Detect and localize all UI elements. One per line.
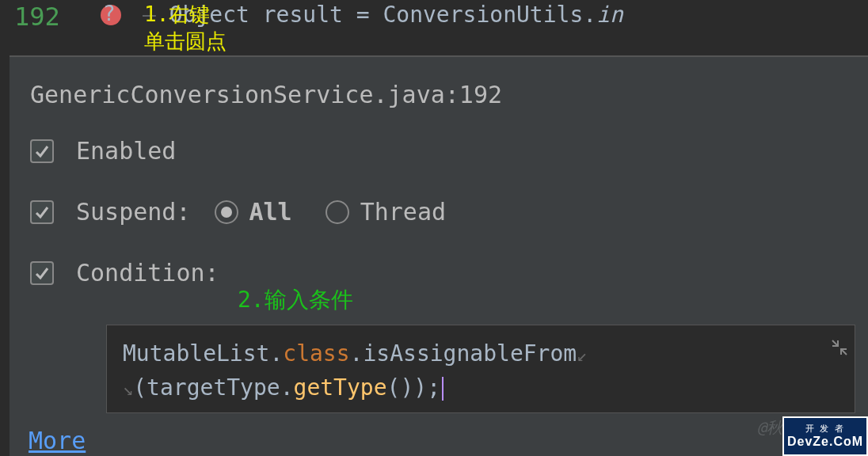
code-text: Object result = ConversionUtils. bbox=[169, 2, 596, 28]
watermark-logo-top: 开 发 者 bbox=[784, 424, 866, 434]
text-caret bbox=[442, 377, 444, 401]
more-link[interactable]: More bbox=[29, 427, 86, 454]
suspend-radio-group: All Thread bbox=[200, 198, 466, 226]
condition-input[interactable]: MutableList.class.isAssignableFrom↙↘(tar… bbox=[106, 325, 855, 413]
watermark-logo: 开 发 者 DevZe.CoM bbox=[782, 416, 868, 456]
gutter-line-number: 192 bbox=[0, 0, 79, 32]
suspend-checkbox[interactable] bbox=[30, 200, 54, 224]
breakpoint-gutter[interactable]: ? bbox=[79, 0, 143, 25]
watermark-logo-bottom: DevZe.CoM bbox=[784, 434, 866, 449]
annotation-1: 1.右键 单击圆点 bbox=[144, 2, 227, 55]
check-icon bbox=[34, 265, 50, 281]
soft-wrap-icon: ↙ bbox=[577, 345, 587, 365]
code-token: ()); bbox=[387, 374, 440, 401]
condition-label: Condition: bbox=[76, 259, 219, 287]
soft-wrap-icon: ↘ bbox=[123, 379, 133, 399]
breakpoint-popup: GenericConversionService.java:192 Enable… bbox=[10, 55, 868, 456]
radio-dot-icon bbox=[221, 207, 232, 218]
enabled-row: Enabled bbox=[30, 137, 852, 165]
enabled-checkbox[interactable] bbox=[30, 139, 54, 163]
code-token-keyword: class bbox=[283, 340, 349, 367]
condition-row: Condition: bbox=[30, 259, 852, 287]
enabled-label: Enabled bbox=[76, 137, 176, 165]
annotation-1-line2: 单击圆点 bbox=[144, 29, 227, 53]
check-icon bbox=[34, 204, 50, 220]
annotation-2: 2.输入条件 bbox=[238, 285, 353, 315]
editor-line: 192 ? — Object result = ConversionUtils.… bbox=[0, 0, 868, 55]
code-invoke: in bbox=[596, 2, 623, 28]
radio-thread-label: Thread bbox=[360, 198, 446, 226]
code-token: (targetType. bbox=[133, 374, 293, 401]
code-token: .isAssignableFrom bbox=[350, 340, 577, 367]
radio-all-label: All bbox=[249, 198, 292, 226]
code-token-method: getType bbox=[294, 374, 387, 401]
collapse-icon[interactable] bbox=[831, 332, 848, 366]
conditional-breakpoint-icon: ? bbox=[103, 2, 116, 25]
condition-checkbox[interactable] bbox=[30, 261, 54, 285]
suspend-label: Suspend: bbox=[76, 198, 191, 226]
annotation-1-line1: 1.右键 bbox=[144, 2, 210, 26]
watermark-handle: @秋 bbox=[757, 417, 782, 439]
check-icon bbox=[34, 143, 50, 159]
suspend-row: Suspend: All Thread bbox=[30, 198, 852, 226]
code-token: MutableList. bbox=[123, 340, 283, 367]
radio-thread[interactable] bbox=[326, 200, 349, 224]
popup-title: GenericConversionService.java:192 bbox=[30, 81, 852, 108]
line-number: 192 bbox=[14, 2, 60, 32]
radio-all[interactable] bbox=[215, 200, 238, 224]
